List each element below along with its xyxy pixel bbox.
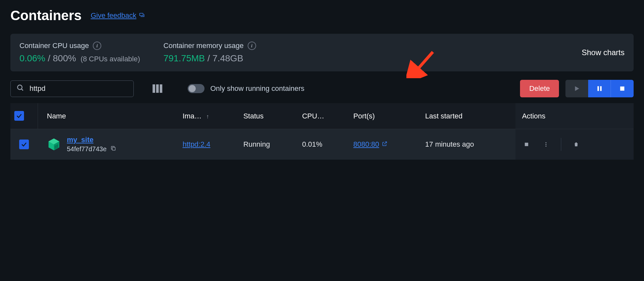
sort-asc-icon: ↑ xyxy=(206,113,209,120)
port-value: 8080:80 xyxy=(353,140,379,149)
table-row[interactable]: my_site 54fef77d743e httpd:2.4 Running 0… xyxy=(10,129,634,160)
container-name-link[interactable]: my_site xyxy=(67,136,116,144)
external-link-icon xyxy=(382,140,388,149)
memory-usage-label: Container memory usage xyxy=(164,42,244,50)
svg-rect-6 xyxy=(597,86,599,91)
stats-panel: Container CPU usage i 0.06% / 800% (8 CP… xyxy=(10,34,634,71)
row-more-button[interactable] xyxy=(541,140,551,149)
cpu-usage-label: Container CPU usage xyxy=(19,42,89,50)
column-actions: Actions xyxy=(515,103,634,129)
action-separator xyxy=(561,138,561,151)
column-last-started[interactable]: Last started xyxy=(421,103,515,129)
svg-rect-8 xyxy=(620,87,625,91)
svg-rect-7 xyxy=(600,86,601,91)
column-ports[interactable]: Port(s) xyxy=(350,103,421,129)
svg-point-18 xyxy=(546,144,547,145)
select-all-header xyxy=(10,103,38,129)
last-started-value: 17 minutes ago xyxy=(421,129,515,160)
pause-button[interactable] xyxy=(588,80,611,97)
memory-used-value: 791.75MB xyxy=(164,53,205,63)
status-value: Running xyxy=(240,129,298,160)
cpu-note: (8 CPUs available) xyxy=(80,55,140,63)
columns-button[interactable] xyxy=(150,82,165,95)
toolbar: Only show running containers Delete xyxy=(10,80,634,97)
svg-point-17 xyxy=(546,142,547,143)
column-image-label: Ima… xyxy=(182,112,202,120)
row-checkbox[interactable] xyxy=(19,140,29,149)
delete-button[interactable]: Delete xyxy=(520,80,559,97)
cpu-value: 0.01% xyxy=(298,129,350,160)
svg-rect-16 xyxy=(525,143,528,146)
only-running-toggle[interactable] xyxy=(188,84,204,93)
containers-table: Name Ima… ↑ Status CPU… Port(s) Last sta… xyxy=(10,103,634,160)
container-icon xyxy=(47,137,61,152)
svg-point-3 xyxy=(18,85,22,90)
cpu-usage-block: Container CPU usage i 0.06% / 800% (8 CP… xyxy=(19,42,140,64)
search-icon xyxy=(17,84,24,93)
svg-rect-0 xyxy=(140,13,143,16)
column-image[interactable]: Ima… ↑ xyxy=(179,103,239,129)
info-icon[interactable]: i xyxy=(93,42,101,50)
feedback-icon xyxy=(139,11,145,20)
cpu-total-value: 800% xyxy=(53,53,76,63)
memory-separator: / xyxy=(207,53,210,63)
column-cpu[interactable]: CPU… xyxy=(298,103,350,129)
start-button[interactable] xyxy=(565,80,588,97)
page-title: Containers xyxy=(10,8,81,23)
container-id: 54fef77d743e xyxy=(67,145,106,153)
cpu-used-value: 0.06% xyxy=(19,53,45,63)
svg-rect-15 xyxy=(112,147,115,150)
only-running-label: Only show running containers xyxy=(210,84,304,93)
info-icon[interactable]: i xyxy=(248,42,256,50)
copy-icon[interactable] xyxy=(110,145,116,153)
select-all-checkbox[interactable] xyxy=(14,111,24,121)
memory-total-value: 7.48GB xyxy=(213,53,243,63)
show-charts-link[interactable]: Show charts xyxy=(582,48,625,57)
column-name[interactable]: Name xyxy=(38,103,179,129)
image-link[interactable]: httpd:2.4 xyxy=(182,140,210,148)
give-feedback-link[interactable]: Give feedback xyxy=(91,11,145,20)
search-input[interactable] xyxy=(30,84,128,93)
bulk-action-buttons xyxy=(565,80,634,97)
row-delete-button[interactable] xyxy=(572,140,581,149)
stop-button[interactable] xyxy=(611,80,634,97)
row-stop-button[interactable] xyxy=(522,140,531,149)
svg-line-4 xyxy=(21,89,23,91)
memory-usage-block: Container memory usage i 791.75MB / 7.48… xyxy=(164,42,256,64)
svg-marker-5 xyxy=(575,86,579,91)
search-box[interactable] xyxy=(10,80,134,97)
port-link[interactable]: 8080:80 xyxy=(353,140,388,149)
cpu-separator: / xyxy=(48,53,50,63)
column-status[interactable]: Status xyxy=(240,103,298,129)
svg-point-19 xyxy=(546,146,547,147)
give-feedback-label: Give feedback xyxy=(91,11,136,20)
